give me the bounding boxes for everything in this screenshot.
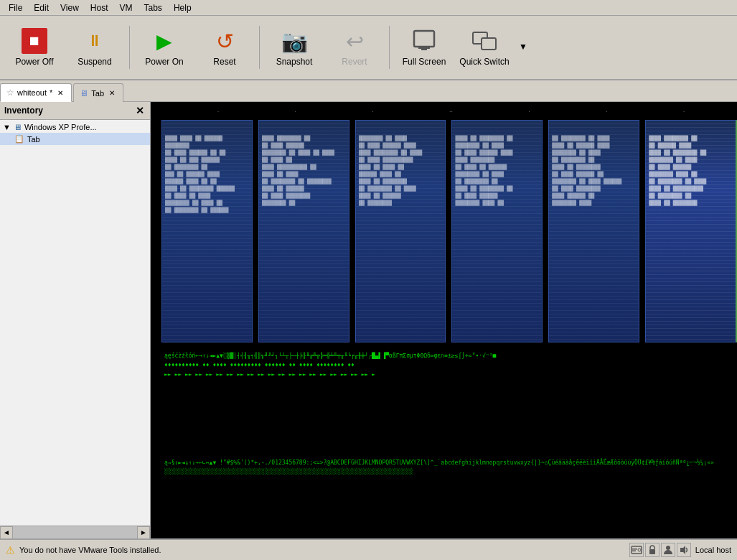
menu-edit[interactable]: Edit bbox=[28, 1, 55, 14]
reset-button[interactable]: ↺ Reset bbox=[196, 20, 253, 75]
status-right: Local host bbox=[629, 543, 731, 557]
sidebar-scrollbar: ◄ ► bbox=[0, 526, 150, 538]
svg-rect-5 bbox=[632, 546, 642, 554]
fullscreen-icon bbox=[411, 28, 437, 54]
snapshot-button[interactable]: 📷 Snapshot bbox=[266, 20, 323, 75]
menu-host[interactable]: Host bbox=[85, 1, 114, 14]
menu-view[interactable]: View bbox=[55, 1, 85, 14]
toolbar: ⏹ Power Off ⏸ Suspend ▶ Power On ↺ Reset… bbox=[0, 16, 737, 80]
toolbar-separator-1 bbox=[129, 26, 130, 69]
snapshot-icon: 📷 bbox=[281, 28, 307, 54]
menu-tabs[interactable]: Tabs bbox=[139, 1, 168, 14]
power-off-label: Power Off bbox=[15, 57, 53, 67]
sidebar-content: ▼ 🖥 Windows XP Profe... 📋 Tab bbox=[0, 120, 150, 526]
tree-item-tab-label: Tab bbox=[27, 135, 40, 144]
sidebar-title: Inventory bbox=[4, 106, 43, 116]
reset-icon: ↺ bbox=[212, 28, 238, 54]
status-icon-hdd bbox=[629, 543, 644, 557]
tab-tab[interactable]: 🖥 Tab ✕ bbox=[73, 83, 123, 102]
whiteout-tab-close[interactable]: ✕ bbox=[55, 88, 65, 98]
power-off-button[interactable]: ⏹ Power Off bbox=[6, 20, 63, 75]
svg-rect-8 bbox=[632, 551, 636, 552]
svg-rect-0 bbox=[414, 31, 434, 47]
toolbar-separator-2 bbox=[259, 26, 260, 69]
status-icon-lock bbox=[645, 543, 659, 557]
tree-item-label: Windows XP Profe... bbox=[24, 123, 97, 131]
revert-label: Revert bbox=[342, 57, 367, 67]
menu-vm[interactable]: VM bbox=[114, 1, 139, 14]
tab-tab-icon: 🖥 bbox=[80, 88, 88, 98]
suspend-button[interactable]: ⏸ Suspend bbox=[66, 20, 123, 75]
svg-rect-4 bbox=[482, 38, 496, 50]
vm-green-text-mid: ąęśćżźłóń←→↑↓◄►▲▼░▒▓│┤╡╢╖╕╣║╗╝╜╛┐└┴┬├─┼╞… bbox=[161, 350, 737, 381]
warning-icon: ⚠ bbox=[6, 544, 15, 556]
power-on-icon: ▶ bbox=[151, 28, 177, 54]
status-icon-user bbox=[661, 543, 675, 557]
tree-item-windows-xp[interactable]: ▼ 🖥 Windows XP Profe... bbox=[0, 121, 150, 133]
quick-switch-label: Quick Switch bbox=[459, 57, 509, 67]
svg-rect-9 bbox=[649, 549, 655, 554]
vm-blue-block-5: ██ ████████ ██ ████████ ██ ██████ ██████… bbox=[548, 120, 639, 342]
menu-file[interactable]: File bbox=[3, 1, 28, 14]
whiteout-tab-modified: * bbox=[50, 88, 52, 97]
tree-item-tab[interactable]: 📋 Tab bbox=[0, 133, 150, 145]
quick-switch-icon bbox=[471, 28, 497, 54]
svg-rect-2 bbox=[421, 49, 427, 50]
whiteout-tab-icon: ☆ bbox=[6, 88, 14, 98]
revert-icon: ↩ bbox=[342, 28, 367, 54]
menubar: File Edit View Host VM Tabs Help bbox=[0, 0, 737, 16]
svg-rect-1 bbox=[418, 47, 430, 49]
reset-label: Reset bbox=[213, 57, 235, 67]
sidebar: Inventory ✕ ▼ 🖥 Windows XP Profe... 📋 Ta… bbox=[0, 102, 151, 538]
vm-screen: · · · ·· · · · ████ ████ ██ ██████ █████… bbox=[151, 102, 737, 538]
tab-tab-close[interactable]: ✕ bbox=[107, 88, 117, 98]
content-area: Inventory ✕ ▼ 🖥 Windows XP Profe... 📋 Ta… bbox=[0, 102, 737, 538]
vm-blue-block-6: ████ ████████ ████ ██████ ████████ ██ ██… bbox=[645, 120, 737, 342]
suspend-label: Suspend bbox=[78, 57, 111, 67]
scroll-left-arrow[interactable]: ◄ bbox=[0, 526, 13, 539]
tree-vm-icon: 🖥 bbox=[14, 123, 22, 131]
vm-blue-block-3: ████████ ██ ██████ ████ ██████ ████████ … bbox=[355, 120, 446, 342]
status-icon-audio bbox=[677, 543, 691, 557]
vm-blue-blocks: ████ ████ ██ ██████ ██████████ ████ ████… bbox=[161, 120, 737, 342]
tabbar: ☆ whiteout * ✕ 🖥 Tab ✕ bbox=[0, 80, 737, 102]
vm-green-text-bottom: ą⇒§↕►◄↨↑↓→←∟↔▲▼ !"#$%&'()*+,-./012345678… bbox=[161, 457, 737, 477]
tab-tab-label: Tab bbox=[91, 89, 104, 98]
sidebar-header: Inventory ✕ bbox=[0, 102, 150, 120]
vm-display[interactable]: · · · ·· · · · ████ ████ ██ ██████ █████… bbox=[151, 102, 737, 538]
tree-tab-icon: 📋 bbox=[14, 134, 24, 144]
tab-whiteout[interactable]: ☆ whiteout * ✕ bbox=[0, 83, 72, 102]
vm-blue-block-2: ████ ████████ ████ ████ ██████████████ █… bbox=[258, 120, 349, 342]
revert-button[interactable]: ↩ Revert bbox=[326, 20, 383, 75]
vm-blue-block-1: ████ ████ ██ ██████ ██████████ ████ ████… bbox=[161, 120, 253, 342]
vm-top-artifacts: · · · ·· · · · bbox=[165, 108, 737, 115]
toolbar-separator-3 bbox=[389, 26, 390, 69]
power-on-label: Power On bbox=[145, 57, 183, 67]
svg-marker-11 bbox=[680, 546, 685, 554]
status-icons bbox=[629, 543, 691, 557]
scroll-track[interactable] bbox=[13, 526, 137, 538]
power-off-icon: ⏹ bbox=[22, 28, 47, 54]
full-screen-label: Full Screen bbox=[403, 57, 446, 67]
tree-expand-icon: ▼ bbox=[3, 123, 11, 131]
status-local-host: Local host bbox=[695, 546, 731, 554]
svg-rect-7 bbox=[632, 549, 637, 550]
quick-switch-button[interactable]: Quick Switch bbox=[456, 20, 513, 75]
toolbar-dropdown-arrow[interactable]: ▼ bbox=[519, 42, 530, 53]
svg-point-10 bbox=[666, 546, 670, 550]
vm-blue-block-4: ████ ██ ████████ ██████████ ██ ██████ ██… bbox=[451, 120, 543, 342]
sidebar-close-button[interactable]: ✕ bbox=[134, 105, 146, 116]
svg-point-6 bbox=[638, 549, 641, 551]
snapshot-label: Snapshot bbox=[276, 57, 313, 67]
scroll-right-arrow[interactable]: ► bbox=[137, 526, 150, 539]
statusbar: ⚠ You do not have VMware Tools installed… bbox=[0, 538, 737, 560]
full-screen-button[interactable]: Full Screen bbox=[395, 20, 453, 75]
status-message: You do not have VMware Tools installed. bbox=[19, 546, 161, 554]
power-on-button[interactable]: ▶ Power On bbox=[136, 20, 193, 75]
whiteout-tab-label: whiteout bbox=[17, 88, 47, 97]
menu-help[interactable]: Help bbox=[168, 1, 197, 14]
suspend-icon: ⏸ bbox=[82, 28, 108, 54]
